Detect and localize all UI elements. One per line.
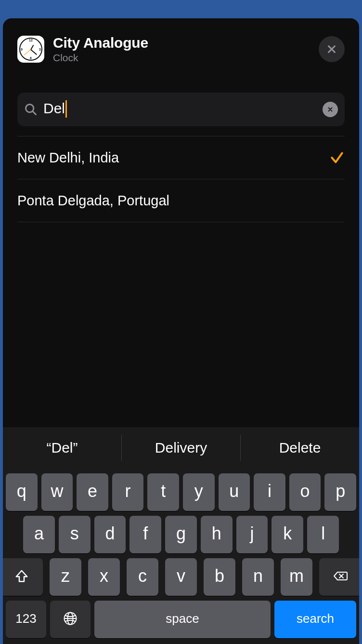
backspace-icon — [333, 569, 348, 583]
key-v[interactable]: v — [165, 558, 197, 596]
svg-line-1 — [33, 111, 36, 115]
key-r[interactable]: r — [112, 473, 144, 511]
globe-icon — [63, 611, 78, 626]
key-y[interactable]: y — [183, 473, 215, 511]
key-g[interactable]: g — [165, 516, 197, 553]
key-z[interactable]: z — [50, 558, 81, 596]
results-list: New Delhi, India Ponta Delgada, Portugal — [3, 136, 359, 222]
key-b[interactable]: b — [204, 558, 235, 596]
city-picker-sheet: 12369 City Analogue Clock Del New Delhi,… — [3, 18, 359, 644]
key-row-bottom: 123 space search — [3, 601, 359, 638]
result-label: New Delhi, India — [17, 150, 329, 166]
suggestion[interactable]: Delete — [241, 427, 359, 469]
close-button[interactable] — [319, 36, 345, 62]
search-input[interactable]: Del — [17, 93, 345, 126]
key-j[interactable]: j — [236, 516, 268, 553]
backspace-key[interactable] — [319, 558, 359, 596]
clear-search-button[interactable] — [323, 102, 338, 117]
key-t[interactable]: t — [147, 473, 179, 511]
divider — [17, 222, 345, 222]
sheet-header: 12369 City Analogue Clock — [3, 18, 359, 70]
key-row-2: a s d f g h j k l — [3, 516, 359, 553]
key-m[interactable]: m — [281, 558, 312, 596]
suggestion[interactable]: “Del” — [3, 427, 121, 469]
clock-app-icon: 12369 — [17, 36, 44, 63]
numbers-key[interactable]: 123 — [6, 601, 46, 638]
key-x[interactable]: x — [88, 558, 120, 596]
key-p[interactable]: p — [324, 473, 356, 511]
suggestion-bar: “Del” Delivery Delete — [3, 427, 359, 469]
close-icon — [326, 44, 337, 54]
key-row-1: q w e r t y u i o p — [3, 473, 359, 511]
key-h[interactable]: h — [201, 516, 233, 553]
key-k[interactable]: k — [272, 516, 303, 553]
sheet-title: City Analogue — [53, 35, 319, 51]
sheet-subtitle: Clock — [53, 52, 319, 64]
search-value: Del — [43, 100, 323, 118]
key-q[interactable]: q — [6, 473, 38, 511]
shift-icon — [14, 569, 29, 583]
key-w[interactable]: w — [41, 473, 73, 511]
key-u[interactable]: u — [219, 473, 250, 511]
key-f[interactable]: f — [129, 516, 161, 553]
result-label: Ponta Delgada, Portugal — [17, 193, 345, 209]
title-block: City Analogue Clock — [53, 35, 319, 64]
space-key[interactable]: space — [94, 601, 271, 638]
key-a[interactable]: a — [23, 516, 55, 553]
checkmark-icon — [329, 150, 345, 165]
key-e[interactable]: e — [77, 473, 108, 511]
text-cursor — [65, 100, 67, 118]
key-n[interactable]: n — [242, 558, 274, 596]
result-row[interactable]: New Delhi, India — [17, 136, 345, 179]
globe-key[interactable] — [50, 601, 90, 638]
key-d[interactable]: d — [94, 516, 126, 553]
keyboard: “Del” Delivery Delete q w e r t y u i o … — [3, 427, 359, 644]
key-i[interactable]: i — [254, 473, 285, 511]
search-key[interactable]: search — [274, 601, 356, 638]
suggestion[interactable]: Delivery — [122, 427, 240, 469]
key-s[interactable]: s — [59, 516, 90, 553]
key-row-3: z x c v b n m — [3, 558, 359, 596]
clear-icon — [327, 106, 334, 113]
result-row[interactable]: Ponta Delgada, Portugal — [17, 179, 345, 222]
key-o[interactable]: o — [289, 473, 321, 511]
key-l[interactable]: l — [307, 516, 339, 553]
key-c[interactable]: c — [127, 558, 158, 596]
search-icon — [24, 103, 38, 116]
shift-key[interactable] — [3, 558, 43, 596]
search-container: Del — [3, 70, 359, 126]
